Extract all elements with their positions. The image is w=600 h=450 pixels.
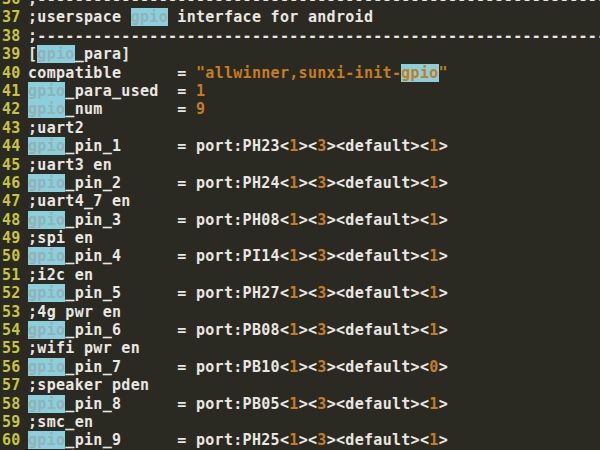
code-segment: ><default><: [327, 137, 430, 155]
search-highlight: gpio: [28, 431, 65, 449]
line-number: 46: [0, 174, 28, 192]
code-segment: ><: [299, 247, 318, 265]
code-line[interactable]: 55;wifi pwr en: [0, 339, 600, 357]
code-line[interactable]: 59;smc_en: [0, 413, 600, 431]
code-segment: 3: [317, 211, 326, 229]
code-line[interactable]: 43;uart2: [0, 119, 600, 137]
code-segment: >: [439, 431, 448, 449]
code-text: gpio_pin_1 = port:PH23<1><3><default><1>: [28, 137, 448, 155]
code-segment: ><default><: [327, 247, 430, 265]
code-text: gpio_para_used = 1: [28, 82, 205, 100]
code-text: compatible = "allwinner,sunxi-init-gpio": [28, 64, 448, 82]
line-number: 57: [0, 376, 28, 394]
code-segment: _pin_4 = port:PI14<: [65, 247, 289, 265]
code-line[interactable]: 42gpio_num = 9: [0, 100, 600, 118]
code-segment: ><: [299, 174, 318, 192]
search-highlight: gpio: [28, 395, 65, 413]
code-text: ;---------------------------------------…: [28, 27, 600, 45]
code-text: ;uart3 en: [28, 156, 112, 174]
code-segment: ;smc_en: [28, 413, 93, 431]
code-segment: 1: [429, 395, 438, 413]
code-segment: _para]: [75, 45, 131, 63]
code-line[interactable]: 48gpio_pin_3 = port:PH08<1><3><default><…: [0, 211, 600, 229]
code-segment: _num =: [65, 100, 196, 118]
line-number: 42: [0, 100, 28, 118]
code-segment: 3: [317, 321, 326, 339]
code-line[interactable]: 40compatible = "allwinner,sunxi-init-gpi…: [0, 64, 600, 82]
line-number: 41: [0, 82, 28, 100]
code-segment: _pin_5 = port:PH27<: [65, 284, 289, 302]
code-segment: 1: [196, 82, 205, 100]
code-text: ;uart4_7 en: [28, 192, 131, 210]
line-number: 55: [0, 339, 28, 357]
code-line[interactable]: 58gpio_pin_8 = port:PB05<1><3><default><…: [0, 395, 600, 413]
code-text: [gpio_para]: [28, 45, 131, 63]
code-segment: 1: [429, 431, 438, 449]
code-text: ;userspace gpio interface for android: [28, 8, 373, 26]
line-number: 38: [0, 27, 28, 45]
line-number: 59: [0, 413, 28, 431]
code-line[interactable]: 56gpio_pin_7 = port:PB10<1><3><default><…: [0, 358, 600, 376]
line-number: 45: [0, 156, 28, 174]
code-text: ;spi en: [28, 229, 93, 247]
code-line[interactable]: 60gpio_pin_9 = port:PH25<1><3><default><…: [0, 431, 600, 449]
code-segment: ;userspace: [28, 8, 131, 26]
code-segment: _pin_9 = port:PH25<: [65, 431, 289, 449]
code-line[interactable]: 46gpio_pin_2 = port:PH24<1><3><default><…: [0, 174, 600, 192]
code-line[interactable]: 39[gpio_para]: [0, 45, 600, 63]
code-line[interactable]: 37;userspace gpio interface for android: [0, 8, 600, 26]
code-line[interactable]: 45;uart3 en: [0, 156, 600, 174]
code-text: ;wifi pwr en: [28, 339, 140, 357]
search-highlight: gpio: [28, 321, 65, 339]
code-line[interactable]: 57;speaker pden: [0, 376, 600, 394]
code-segment: [: [28, 45, 37, 63]
code-segment: 3: [317, 395, 326, 413]
code-line[interactable]: 36;-------------------------------------…: [0, 0, 600, 8]
code-segment: 9: [196, 100, 205, 118]
code-line[interactable]: 51;i2c en: [0, 266, 600, 284]
search-highlight: gpio: [28, 174, 65, 192]
search-highlight: gpio: [28, 358, 65, 376]
code-segment: ><default><: [327, 284, 430, 302]
code-segment: ;speaker pden: [28, 376, 149, 394]
code-segment: ><: [299, 395, 318, 413]
code-segment: _pin_6 = port:PB08<: [65, 321, 289, 339]
code-text: gpio_pin_8 = port:PB05<1><3><default><1>: [28, 395, 448, 413]
code-segment: 3: [317, 137, 326, 155]
code-segment: _para_used =: [65, 82, 196, 100]
code-line[interactable]: 38;-------------------------------------…: [0, 27, 600, 45]
code-line[interactable]: 47;uart4_7 en: [0, 192, 600, 210]
search-highlight: gpio: [28, 82, 65, 100]
line-number: 50: [0, 247, 28, 265]
line-number: 49: [0, 229, 28, 247]
code-line[interactable]: 44gpio_pin_1 = port:PH23<1><3><default><…: [0, 137, 600, 155]
code-segment: compatible =: [28, 64, 196, 82]
code-segment: ><: [299, 137, 318, 155]
code-line[interactable]: 53;4g pwr en: [0, 303, 600, 321]
code-text: gpio_pin_3 = port:PH08<1><3><default><1>: [28, 211, 448, 229]
code-text: gpio_pin_5 = port:PH27<1><3><default><1>: [28, 284, 448, 302]
code-segment: 3: [317, 358, 326, 376]
code-segment: >: [439, 137, 448, 155]
code-segment: interface for android: [168, 8, 373, 26]
code-segment: ><default><: [327, 431, 430, 449]
code-segment: ;4g pwr en: [28, 303, 121, 321]
code-segment: >: [439, 395, 448, 413]
code-segment: 1: [429, 174, 438, 192]
code-line[interactable]: 50gpio_pin_4 = port:PI14<1><3><default><…: [0, 247, 600, 265]
code-text: gpio_pin_7 = port:PB10<1><3><default><0>: [28, 358, 448, 376]
code-line[interactable]: 54gpio_pin_6 = port:PB08<1><3><default><…: [0, 321, 600, 339]
text-editor[interactable]: 36;-------------------------------------…: [0, 0, 600, 450]
code-segment: 1: [289, 247, 298, 265]
code-line[interactable]: 49;spi en: [0, 229, 600, 247]
search-highlight: gpio: [28, 211, 65, 229]
code-segment: ><default><: [327, 321, 430, 339]
line-number: 44: [0, 137, 28, 155]
code-text: ;speaker pden: [28, 376, 149, 394]
code-line[interactable]: 52gpio_pin_5 = port:PH27<1><3><default><…: [0, 284, 600, 302]
code-segment: 1: [429, 284, 438, 302]
code-line[interactable]: 41gpio_para_used = 1: [0, 82, 600, 100]
code-segment: _pin_3 = port:PH08<: [65, 211, 289, 229]
code-segment: 1: [289, 211, 298, 229]
code-segment: ><: [299, 211, 318, 229]
